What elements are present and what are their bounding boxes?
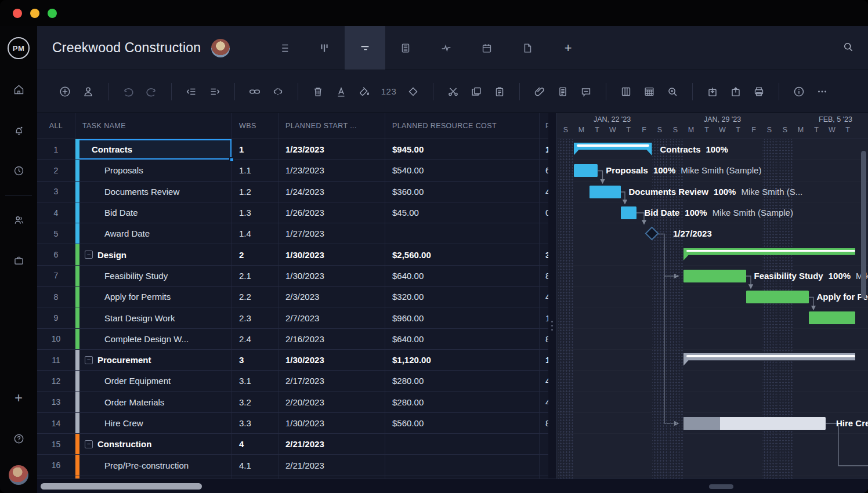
fill-color-icon[interactable] [353,80,376,103]
tab-gantt-view[interactable] [345,26,385,70]
gantt-task-bar[interactable] [621,206,636,219]
collapse-toggle-icon[interactable] [85,440,93,448]
table-row[interactable]: 14Hire Crew3.31/30/2023$560.008 [37,413,548,434]
table-row[interactable]: 8Apply for Permits2.22/3/2023$320.004 [37,287,548,307]
notifications-bell-icon[interactable] [7,118,30,142]
task-name-cell[interactable]: Proposals [75,160,232,180]
sidebar-add-icon[interactable]: + [7,386,30,409]
column-header-planned-start[interactable]: PLANNED START ... [279,113,385,139]
indent-icon[interactable] [203,80,226,103]
gantt-task-bar[interactable] [809,311,856,324]
font-color-icon[interactable] [330,80,353,103]
comment-icon[interactable] [574,80,598,103]
cut-icon[interactable] [442,80,465,103]
maximize-window-button[interactable] [48,9,57,18]
paste-icon[interactable] [488,80,511,103]
more-options-icon[interactable] [811,80,834,103]
info-icon[interactable] [787,80,811,103]
tab-activity-view[interactable] [426,26,466,70]
collapse-toggle-icon[interactable] [85,251,93,259]
add-view-button[interactable]: + [548,26,588,70]
column-header-wbs[interactable]: WBS [232,113,279,139]
column-header-task-name[interactable]: TASK NAME [75,113,232,139]
tab-page-view[interactable] [507,26,548,70]
gantt-task-bar[interactable] [589,186,621,198]
portfolio-briefcase-icon[interactable] [7,249,30,272]
tab-calendar-view[interactable] [466,26,507,70]
task-name-cell[interactable]: Feasibility Study [75,266,232,286]
table-horizontal-scrollbar[interactable] [41,483,202,490]
column-header-all[interactable]: ALL [37,113,75,139]
task-name-cell[interactable]: Start Design Work [75,307,232,328]
table-row[interactable]: 4Bid Date1.31/26/2023$45.000 [37,202,548,223]
task-name-cell[interactable]: Prep/Pre-construction [75,455,232,475]
gantt-task-bar[interactable] [683,417,826,430]
gantt-vertical-scrollbar[interactable] [861,151,866,299]
search-icon[interactable] [842,41,854,55]
delete-task-icon[interactable] [306,80,330,103]
tab-board-view[interactable] [304,26,345,70]
task-name-cell[interactable]: Design [75,244,232,264]
attachment-icon[interactable] [528,80,551,103]
gantt-task-bar[interactable] [746,291,809,303]
outdent-icon[interactable] [180,80,203,103]
copy-icon[interactable] [465,80,488,103]
table-row[interactable]: 7Feasibility Study2.11/30/2023$640.008 [37,266,548,287]
unlink-tasks-icon[interactable] [266,80,290,103]
table-row[interactable]: 9Start Design Work2.32/7/2023$960.001 [37,307,548,328]
gantt-task-bar[interactable] [574,164,598,177]
task-name-cell[interactable]: Complete Design W... [75,329,232,349]
columns-icon[interactable] [614,80,638,103]
milestone-icon[interactable] [402,80,425,103]
undo-icon[interactable] [117,80,140,103]
notes-icon[interactable] [551,80,574,103]
table-row[interactable]: 11Procurement31/30/2023$1,120.001 [37,350,548,371]
gantt-horizontal-scrollbar[interactable] [709,484,733,489]
number-format-icon[interactable]: 123 [376,80,402,103]
task-name-cell[interactable]: Hire Crew [75,413,232,433]
redo-icon[interactable] [140,80,163,103]
zoom-in-icon[interactable] [661,80,684,103]
task-name-cell[interactable]: Contracts [75,139,232,160]
task-name-cell[interactable]: Construction [75,434,232,454]
table-row[interactable]: 5Award Date1.41/27/2023 [37,223,548,244]
table-row[interactable]: 3Documents Review1.21/24/2023$360.004 [37,182,548,202]
table-row[interactable]: 12Order Equipment3.12/17/2023$280.004 [37,371,548,392]
project-owner-avatar[interactable] [211,39,230,57]
assign-user-icon[interactable] [77,80,100,103]
minimize-window-button[interactable] [30,9,39,18]
task-name-cell[interactable]: Bid Date [75,202,232,223]
gantt-task-bar[interactable] [683,270,746,282]
table-row[interactable]: 2Proposals1.11/23/2023$540.006 [37,160,548,181]
task-name-cell[interactable]: Order Materials [75,392,232,412]
task-name-cell[interactable]: Order Equipment [75,371,232,391]
print-icon[interactable] [747,80,771,103]
table-icon[interactable] [638,80,661,103]
table-row[interactable]: 1Contracts11/23/2023$945.001 [37,139,548,160]
task-name-cell[interactable]: Award Date [75,223,232,244]
table-row[interactable]: 6Design21/30/2023$2,560.003 [37,244,548,265]
home-icon[interactable] [7,78,30,101]
table-row[interactable]: 15Construction42/21/2023 [37,434,548,455]
tab-sheet-view[interactable] [385,26,426,70]
column-header-planned-resource-cost[interactable]: PLANNED RESOURCE COST [385,113,540,139]
team-users-icon[interactable] [7,208,30,231]
close-window-button[interactable] [13,9,22,18]
help-icon[interactable] [7,427,30,450]
timesheet-clock-icon[interactable] [7,159,30,182]
task-name-cell[interactable]: Documents Review [75,182,232,202]
task-name-cell[interactable]: Procurement [75,350,232,370]
user-avatar[interactable] [9,465,28,485]
column-header-planned-effort[interactable]: P [540,113,548,139]
table-row[interactable]: 13Order Materials3.22/20/2023$280.004 [37,392,548,413]
export-icon[interactable] [724,80,747,103]
pm-logo[interactable]: PM [8,37,30,59]
import-icon[interactable] [701,80,724,103]
task-name-cell[interactable]: Apply for Permits [75,287,232,307]
selection-fill-handle[interactable] [229,157,234,162]
gantt-summary-bar[interactable] [574,143,652,155]
tab-list-view[interactable] [263,26,304,70]
table-row[interactable]: 16Prep/Pre-construction4.12/21/2023 [37,455,548,476]
add-task-icon[interactable] [53,80,77,103]
table-row[interactable]: 10Complete Design W...2.42/16/2023$640.0… [37,329,548,350]
